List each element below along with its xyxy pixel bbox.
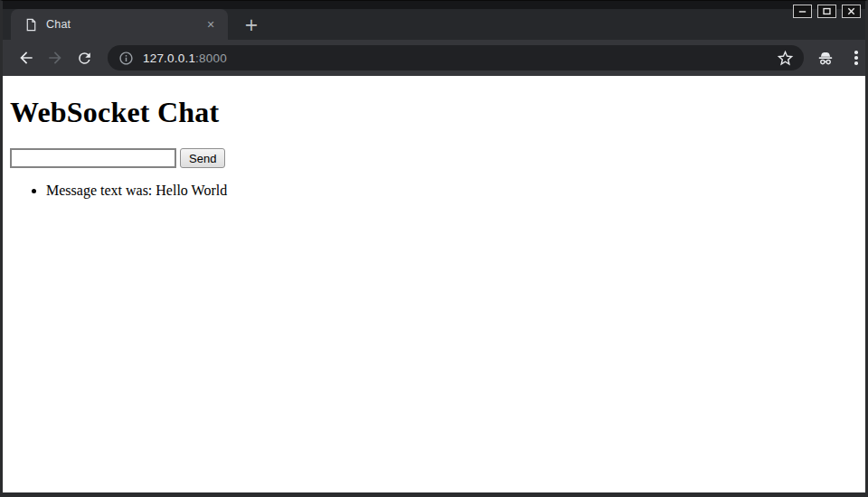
url-text[interactable]: 127.0.0.1:8000 bbox=[143, 52, 776, 65]
reload-button[interactable] bbox=[73, 47, 95, 69]
browser-toolbar: 127.0.0.1:8000 bbox=[3, 40, 865, 76]
tab-strip: Chat ✕ + bbox=[3, 1, 865, 40]
browser-window: Chat ✕ + 127.0.0.1:8000 bbox=[0, 0, 868, 497]
address-bar[interactable]: 127.0.0.1:8000 bbox=[108, 45, 804, 70]
page-content: WebSocket Chat Send Message text was: He… bbox=[3, 76, 865, 492]
tab-title: Chat bbox=[46, 18, 203, 31]
incognito-button[interactable] bbox=[815, 47, 836, 69]
send-button[interactable]: Send bbox=[180, 148, 225, 168]
incognito-icon bbox=[816, 48, 835, 68]
info-circle-icon[interactable] bbox=[118, 51, 134, 66]
url-port: :8000 bbox=[195, 52, 227, 65]
browser-tab-chat[interactable]: Chat ✕ bbox=[11, 9, 228, 40]
message-list: Message text was: Hello World bbox=[10, 183, 858, 199]
minimize-icon bbox=[797, 6, 807, 16]
maximize-icon bbox=[822, 6, 832, 16]
arrow-left-icon bbox=[17, 49, 35, 67]
refresh-icon bbox=[76, 50, 93, 67]
url-host: 127.0.0.1 bbox=[143, 52, 195, 65]
star-outline-icon[interactable] bbox=[776, 49, 795, 68]
chat-form: Send bbox=[10, 148, 858, 168]
minimize-button[interactable] bbox=[793, 5, 812, 18]
close-icon bbox=[846, 6, 856, 16]
back-button[interactable] bbox=[15, 47, 37, 69]
new-tab-button[interactable]: + bbox=[240, 13, 263, 36]
maximize-button[interactable] bbox=[817, 5, 836, 18]
page-title: WebSocket Chat bbox=[10, 96, 858, 129]
close-button[interactable] bbox=[842, 5, 861, 18]
message-input[interactable] bbox=[10, 148, 176, 168]
kebab-menu-icon bbox=[854, 51, 858, 54]
window-controls bbox=[793, 5, 861, 18]
forward-button[interactable] bbox=[44, 47, 66, 69]
tab-close-icon[interactable]: ✕ bbox=[203, 16, 219, 33]
browser-menu-button[interactable] bbox=[845, 47, 867, 69]
document-page-icon bbox=[24, 18, 38, 32]
arrow-right-icon bbox=[46, 49, 64, 67]
message-list-item: Message text was: Hello World bbox=[46, 183, 858, 199]
